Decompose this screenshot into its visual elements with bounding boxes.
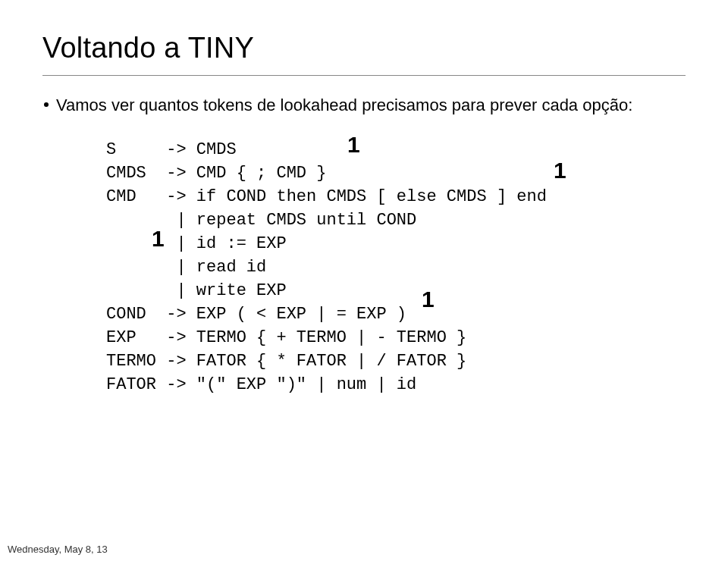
lookahead-annotation-2: 1 [554,158,566,183]
grammar-line: S -> CMDS [106,140,237,159]
grammar-line: | write EXP [106,281,287,300]
slide: Voltando a TINY Vamos ver quantos tokens… [0,0,728,561]
title-rule [42,75,686,76]
lead-paragraph: Vamos ver quantos tokens de lookahead pr… [44,94,686,117]
lead-text: Vamos ver quantos tokens de lookahead pr… [56,96,632,114]
grammar-line: TERMO -> FATOR { * FATOR | / FATOR } [106,352,466,371]
grammar-line: EXP -> TERMO { + TERMO | - TERMO } [106,328,466,347]
grammar-block: S -> CMDS CMDS -> CMD { ; CMD } CMD -> i… [106,138,686,396]
grammar-line: | read id [106,258,266,277]
grammar-line: CMD -> if COND then CMDS [ else CMDS ] e… [106,187,547,206]
grammar-line: FATOR -> "(" EXP ")" | num | id [106,375,416,394]
grammar-line: | id := EXP [106,234,287,253]
slide-title: Voltando a TINY [42,32,686,64]
footer-date: Wednesday, May 8, 13 [8,544,108,555]
lookahead-annotation-3: 1 [152,226,165,252]
lookahead-annotation-4: 1 [422,287,435,312]
grammar-code: S -> CMDS CMDS -> CMD { ; CMD } CMD -> i… [106,138,686,396]
grammar-line: COND -> EXP ( < EXP | = EXP ) [106,305,406,324]
grammar-line: CMDS -> CMD { ; CMD } [106,164,326,183]
lookahead-annotation-1: 1 [347,132,360,158]
bullet-dot-icon [44,102,49,107]
